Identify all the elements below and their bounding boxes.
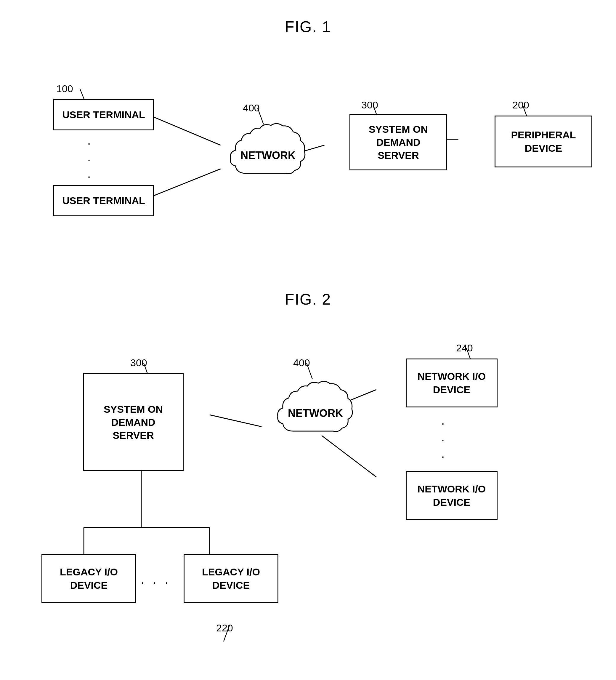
fig1-dots: ··· [87, 135, 92, 185]
fig2-horizontal-dots: · · · [141, 575, 171, 590]
fig2-diagram: 300 SYSTEM ON DEMAND SERVER 400 NETWORK … [24, 326, 592, 652]
network-cloud: NETWORK [228, 117, 308, 194]
user-terminal-1-box: USER TERMINAL [53, 99, 154, 131]
fig1-title: FIG. 1 [24, 18, 592, 35]
network-io-2-box: NETWORK I/O DEVICE [406, 471, 498, 520]
system-on-demand-fig1-label: SYSTEM ON DEMAND SERVER [369, 123, 428, 162]
network-label: NETWORK [240, 149, 296, 162]
peripheral-device-box: PERIPHERAL DEVICE [495, 116, 592, 167]
system-on-demand-fig2-box: SYSTEM ON DEMAND SERVER [83, 373, 184, 471]
system-on-demand-fig2-label: SYSTEM ON DEMAND SERVER [104, 403, 163, 442]
user-terminal-2-box: USER TERMINAL [53, 185, 154, 216]
fig2-title: FIG. 2 [24, 290, 592, 308]
legacy-io-1-box: LEGACY I/O DEVICE [41, 554, 136, 603]
ref-220-tick [221, 624, 244, 645]
network-io-2-label: NETWORK I/O DEVICE [417, 482, 486, 508]
system-on-demand-fig1-box: SYSTEM ON DEMAND SERVER [349, 114, 447, 170]
svg-line-8 [210, 415, 262, 427]
svg-line-18 [224, 625, 230, 642]
svg-line-1 [147, 169, 221, 199]
user-terminal-1-label: USER TERMINAL [62, 108, 145, 121]
network-io-1-box: NETWORK I/O DEVICE [406, 359, 498, 407]
user-terminal-2-label: USER TERMINAL [62, 194, 145, 207]
network-fig2-label: NETWORK [288, 407, 343, 420]
svg-line-0 [147, 114, 221, 145]
page: FIG. 1 100 USER TERMINAL ··· USER TERMIN [0, 0, 616, 680]
legacy-io-2-label: LEGACY I/O DEVICE [202, 565, 260, 591]
fig2-vertical-dots: ··· [441, 415, 446, 464]
network-io-1-label: NETWORK I/O DEVICE [417, 370, 486, 396]
legacy-io-2-box: LEGACY I/O DEVICE [184, 554, 278, 603]
network-cloud-fig2: NETWORK [275, 373, 355, 453]
legacy-io-1-label: LEGACY I/O DEVICE [60, 565, 118, 591]
peripheral-device-label: PERIPHERAL DEVICE [511, 128, 576, 154]
fig1-diagram: 100 USER TERMINAL ··· USER TERMINAL 400 … [24, 53, 592, 261]
